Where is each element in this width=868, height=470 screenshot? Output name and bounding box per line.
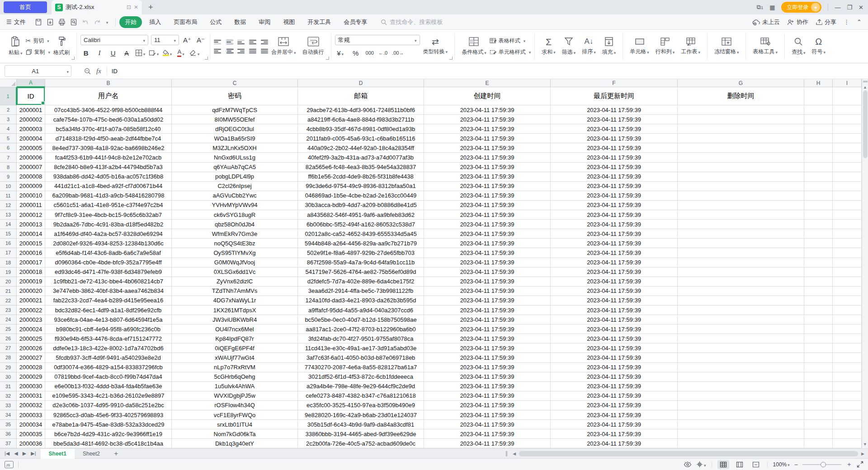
cell-C33[interactable]: rOSFlow4h34Q [172,401,298,410]
row-header-23[interactable]: 23 [0,306,17,315]
cell-D33[interactable]: ec35fc00-3525-4150-97ea-b3f509b490e9 [298,401,424,410]
column-header-C[interactable]: C [172,79,298,87]
zoom-level-button[interactable]: 100% [773,461,790,468]
app-grid-icon[interactable]: ▦ [769,4,775,11]
cell-F32[interactable]: 2023-04-11 17:59:39 [551,391,678,401]
cell-D4[interactable]: 4cbb8b93-35df-467d-8981-0df80ed1a93b [298,124,424,134]
row-header-30[interactable]: 30 [0,372,17,382]
increase-indent-icon[interactable] [261,40,268,44]
cell-A5[interactable]: 2000004 [17,134,45,143]
cell-H26[interactable] [804,334,833,343]
scroll-up-icon[interactable]: ▲ [863,85,867,89]
cell-G3[interactable] [678,115,804,124]
cell-A11[interactable]: 2000010 [17,191,45,201]
cell-F29[interactable]: 2023-04-11 17:59:39 [551,363,678,372]
cell-E24[interactable]: 2023-04-11 17:59:39 [424,315,551,324]
print-preview-icon[interactable] [70,19,77,26]
cell-D1[interactable]: 邮箱 [298,87,424,105]
cell-F6[interactable]: 2023-04-11 17:59:39 [551,143,678,153]
row-header-25[interactable]: 25 [0,324,17,334]
cell-E18[interactable]: 2023-04-11 17:59:39 [424,258,551,268]
vertical-scroll-thumb[interactable] [863,90,868,158]
cell-E7[interactable]: 2023-04-11 17:59:39 [424,153,551,162]
row-header-19[interactable]: 19 [0,268,17,277]
cell-C19[interactable]: 0XLSGx6dd1Vc [172,268,298,277]
cell-C31[interactable]: 1u5ulvk4AhWA [172,382,298,391]
row-header-24[interactable]: 24 [0,315,17,324]
cell-G13[interactable] [678,210,804,220]
window-switch-icon[interactable]: ⧉1 [757,4,763,11]
cell-F12[interactable]: 2023-04-11 17:59:39 [551,201,678,210]
cell-D27[interactable]: 11cd413e-e30c-49a1-ae17-3d91a5abd03e [298,343,424,353]
cell-E23[interactable]: 2023-04-11 17:59:39 [424,306,551,315]
cell-D32[interactable]: cefe0273-8487-4382-b347-c76a81210618 [298,391,424,401]
cell-B10[interactable]: 441d21c1-a1c8-4bed-a92f-cf7d00671b44 [45,182,172,191]
cell-C17[interactable]: OyS95TIYMvXg [172,248,298,258]
align-left-icon[interactable] [214,49,221,53]
name-box[interactable]: A1 [5,65,71,77]
cell-D17[interactable]: 502e9f1e-f8a6-4897-929b-27de65fbb703 [298,248,424,258]
format-painter-button[interactable]: 格式刷 [50,35,73,57]
cell-B37[interactable]: bbe5da3d-481f-4692-bc38-d5c418c1b4aa [45,439,172,448]
home-button[interactable]: 首页 [4,1,47,13]
cell-F4[interactable]: 2023-04-11 17:59:39 [551,124,678,134]
cell-G30[interactable] [678,372,804,382]
cell-I37[interactable] [833,439,862,448]
cell-I13[interactable] [833,210,862,220]
cell-H10[interactable] [804,182,833,191]
split-handle-icon[interactable] [863,81,868,82]
cell-E33[interactable]: 2023-04-11 17:59:39 [424,401,551,410]
cell-C37[interactable]: Dkb1q3g40etY [172,439,298,448]
cell-A6[interactable]: 2000005 [17,143,45,153]
worksheet-button[interactable]: 工作表 [678,36,703,56]
strikethrough-button[interactable]: A [121,48,132,58]
row-header-4[interactable]: 4 [0,124,17,134]
cell-C18[interactable]: G0M0WqJfVooj [172,258,298,268]
cell-E3[interactable]: 2023-04-11 17:59:39 [424,115,551,124]
cell-F18[interactable]: 2023-04-11 17:59:39 [551,258,678,268]
cell-E11[interactable]: 2023-04-11 17:59:39 [424,191,551,201]
cell-C6[interactable]: M3ZJLnKx5OXH [172,143,298,153]
cell-B6[interactable]: 8e4ed737-3098-4a18-92ac-ba6698b246e2 [45,143,172,153]
currency-format-button[interactable]: ¥ [335,48,346,58]
cell-G23[interactable] [678,306,804,315]
cell-E14[interactable]: 2023-04-11 17:59:39 [424,220,551,229]
cell-C4[interactable]: dRjOEGC0t3ul [172,124,298,134]
cell-B29[interactable]: 0df30074-e366-4829-a154-833837296fcb [45,363,172,372]
cell-C14[interactable]: qbz58Oh0dJb4 [172,220,298,229]
cell-G7[interactable] [678,153,804,162]
cell-B21[interactable]: 3e747ebb-3862-40bf-83b4-aaea7462b834 [45,287,172,296]
zoom-slider-thumb[interactable] [821,462,826,467]
cell-B30[interactable]: 07819bbd-9cef-4acb-8cc0-f99b74d47da4 [45,372,172,382]
cell-A19[interactable]: 2000018 [17,268,45,277]
cell-I30[interactable] [833,372,862,382]
cell-F9[interactable]: 2023-04-11 17:59:39 [551,172,678,182]
justify-icon[interactable] [249,49,256,53]
cell-I17[interactable] [833,248,862,258]
cell-H1[interactable] [804,87,833,105]
undo-icon[interactable] [82,19,89,26]
cell-E21[interactable]: 2023-04-11 17:59:39 [424,287,551,296]
cell-E31[interactable]: 2023-04-11 17:59:39 [424,382,551,391]
cell-C3[interactable]: 8I0MW55OEfef [172,115,298,124]
cell-B22[interactable]: fab22c33-2cd7-4ea4-b289-d415e95eea16 [45,296,172,306]
cell-D35[interactable]: 305b15df-6c43-4b9d-9af9-da84a83cdf81 [298,420,424,429]
cell-D37[interactable]: 2c2b00fa-726e-40c5-a752-acbad609de0c [298,439,424,448]
cell-A17[interactable]: 2000016 [17,248,45,258]
share-button[interactable]: 分享 [816,18,836,26]
row-header-17[interactable]: 17 [0,248,17,258]
cell-F8[interactable]: 2023-04-11 17:59:39 [551,163,678,172]
cell-D7[interactable]: 40fef2f9-3a2b-431a-ad73-a74d0077af3b [298,153,424,162]
row-header-8[interactable]: 8 [0,163,17,172]
cell-H35[interactable] [804,420,833,429]
menu-item-会员专享[interactable]: 会员专享 [338,16,373,28]
cell-I24[interactable] [833,315,862,324]
cell-I7[interactable] [833,153,862,162]
fullscreen-icon[interactable] [857,461,863,468]
cell-A21[interactable]: 2000020 [17,287,45,296]
cell-A37[interactable]: 2000036 [17,439,45,448]
horizontal-scroll-thumb[interactable] [519,451,858,456]
save-icon[interactable] [35,19,42,26]
cell-G11[interactable] [678,191,804,201]
row-header-22[interactable]: 22 [0,296,17,306]
